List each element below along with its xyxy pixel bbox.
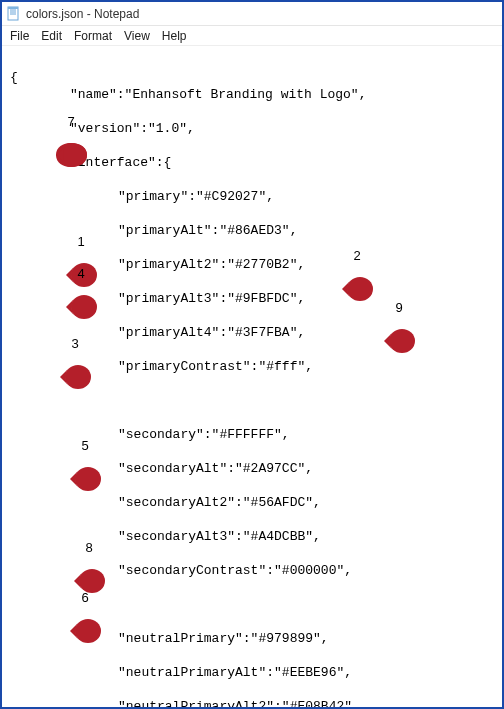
code-line: "primary":"#C92027", [10,188,494,205]
code-line: { [10,70,18,85]
code-line: "primaryContrast":"#fff", [10,358,494,375]
blank-line [10,596,494,613]
blank-line [10,392,494,409]
code-line: "primaryAlt3":"#9FBFDC", [10,290,494,307]
menubar: File Edit Format View Help [2,26,502,46]
menu-edit[interactable]: Edit [41,29,62,43]
code-line: "version":"1.0", [10,120,494,137]
menu-format[interactable]: Format [74,29,112,43]
code-line: "secondaryAlt2":"#56AFDC", [10,494,494,511]
code-line: "neutralPrimaryAlt":"#EEBE96", [10,664,494,681]
notepad-icon [6,6,22,22]
window-title: colors.json - Notepad [26,7,139,21]
titlebar: colors.json - Notepad [2,2,502,26]
code-line: "neutralPrimary":"#979899", [10,630,494,647]
menu-file[interactable]: File [10,29,29,43]
code-line: "secondaryAlt3":"#A4DCBB", [10,528,494,545]
code-line: "interface":{ [10,154,494,171]
text-editor[interactable]: { "name":"Enhansoft Branding with Logo",… [2,46,502,709]
code-line: "name":"Enhansoft Branding with Logo", [10,86,494,103]
code-line: "neutralPrimaryAlt2":"#E08B42", [10,698,494,709]
code-line: "secondaryContrast":"#000000", [10,562,494,579]
code-line: "primaryAlt":"#86AED3", [10,222,494,239]
code-line: "primaryAlt4":"#3F7FBA", [10,324,494,341]
svg-rect-4 [8,7,18,9]
code-line: "secondary":"#FFFFFF", [10,426,494,443]
menu-help[interactable]: Help [162,29,187,43]
code-line: "primaryAlt2":"#2770B2", [10,256,494,273]
menu-view[interactable]: View [124,29,150,43]
code-line: "secondaryAlt":"#2A97CC", [10,460,494,477]
